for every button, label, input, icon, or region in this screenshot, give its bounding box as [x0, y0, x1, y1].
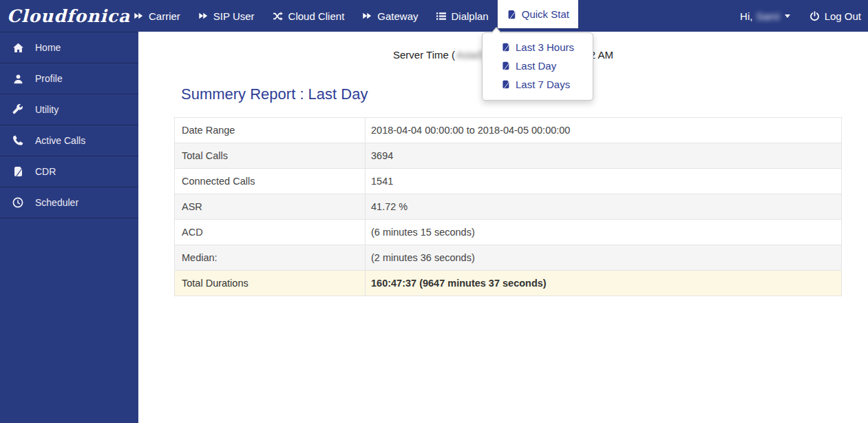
row-label: Median:: [175, 245, 366, 271]
row-value: 1541: [366, 169, 842, 194]
logout-label: Log Out: [825, 10, 861, 22]
sidebar-item-home[interactable]: Home: [0, 32, 138, 63]
dropdown-item-label: Last 7 Days: [516, 79, 570, 90]
table-row: ASR 41.72 %: [175, 194, 842, 220]
dropdown-item-label: Last 3 Hours: [516, 41, 574, 53]
table-row: Total Calls 3694: [175, 143, 842, 169]
sidebar-item-active-calls[interactable]: Active Calls: [0, 125, 138, 156]
nav-item-sip-user[interactable]: SIP User: [189, 0, 264, 32]
row-value: (6 minutes 15 seconds): [366, 220, 842, 245]
wrench-icon: [11, 104, 25, 115]
quick-stat-dropdown: Last 3 Hours Last Day Last 7 Days: [482, 32, 593, 101]
power-icon: [809, 11, 820, 21]
table-row-total-durations: Total Durations 160:47:37 (9647 minutes …: [175, 271, 842, 296]
chevron-down-icon: [785, 14, 790, 18]
user-name-redacted: Sami: [756, 10, 779, 22]
list-icon: [436, 12, 446, 21]
sidebar-item-label: CDR: [35, 166, 56, 177]
sidebar-item-label: Active Calls: [35, 135, 85, 146]
row-label: Connected Calls: [175, 169, 366, 194]
sidebar-item-label: Utility: [35, 104, 59, 115]
book-icon: [501, 80, 510, 89]
dropdown-item-last-day[interactable]: Last Day: [483, 56, 593, 75]
dropdown-item-last-3-hours[interactable]: Last 3 Hours: [483, 38, 593, 56]
row-value: 2018-04-04 00:00:00 to 2018-04-05 00:00:…: [366, 118, 842, 143]
user-icon: [11, 74, 25, 84]
sidebar: Home Profile Utility Active Calls CDR Sc…: [0, 32, 138, 423]
nav-item-label: Gateway: [377, 10, 418, 22]
row-value: 3694: [366, 143, 842, 169]
book-icon: [507, 10, 516, 19]
nav-item-label: Cloud Client: [288, 10, 345, 22]
book-icon: [501, 43, 510, 52]
sidebar-item-cdr[interactable]: CDR: [0, 156, 138, 187]
sidebar-item-label: Home: [35, 42, 61, 53]
nav-item-label: Dialplan: [452, 10, 489, 22]
top-navbar: Cloudfonica Carrier SIP User Cloud Clien…: [0, 0, 868, 32]
sidebar-item-label: Profile: [35, 73, 63, 84]
sidebar-item-profile[interactable]: Profile: [0, 63, 138, 94]
row-label: ASR: [175, 194, 366, 220]
greeting-prefix: Hi,: [740, 10, 752, 22]
row-value: (2 minutes 36 seconds): [366, 245, 842, 271]
clock-icon: [11, 197, 25, 208]
summary-table: Date Range 2018-04-04 00:00:00 to 2018-0…: [174, 117, 842, 296]
nav-item-quick-stat[interactable]: Quick Stat: [498, 0, 578, 28]
user-menu-toggle[interactable]: Hi, Sami: [740, 10, 790, 22]
nav-item-label: Quick Stat: [522, 8, 569, 20]
navbar-right: Hi, Sami Log Out: [740, 0, 868, 32]
nav-item-carrier[interactable]: Carrier: [125, 0, 189, 32]
nav-item-cloud-client[interactable]: Cloud Client: [264, 0, 354, 32]
row-label: Total Calls: [175, 143, 366, 169]
table-row: Median: (2 minutes 36 seconds): [175, 245, 842, 271]
forward-icon: [362, 11, 372, 21]
table-row: ACD (6 minutes 15 seconds): [175, 220, 842, 245]
shuffle-icon: [273, 12, 283, 21]
sidebar-item-label: Scheduler: [35, 197, 78, 208]
row-value: 41.72 %: [366, 194, 842, 220]
book-icon: [501, 61, 510, 70]
dropdown-item-label: Last Day: [516, 60, 556, 72]
brand-logo[interactable]: Cloudfonica: [0, 0, 125, 32]
forward-icon: [198, 11, 208, 21]
sidebar-item-scheduler[interactable]: Scheduler: [0, 187, 138, 218]
table-row: Connected Calls 1541: [175, 169, 842, 194]
forward-icon: [134, 11, 143, 21]
row-label: ACD: [175, 220, 366, 245]
row-label: Total Durations: [175, 271, 366, 296]
logout-button[interactable]: Log Out: [809, 10, 861, 22]
dropdown-item-last-7-days[interactable]: Last 7 Days: [483, 75, 593, 94]
nav-item-gateway[interactable]: Gateway: [353, 0, 427, 32]
book-icon: [11, 166, 25, 177]
nav-item-dialplan[interactable]: Dialplan: [427, 0, 498, 32]
nav-item-label: Carrier: [149, 10, 180, 22]
nav-item-label: SIP User: [213, 10, 255, 22]
home-icon: [11, 43, 25, 53]
table-row: Date Range 2018-04-04 00:00:00 to 2018-0…: [175, 118, 842, 143]
server-time-prefix: Server Time (: [393, 49, 455, 61]
row-label: Date Range: [175, 118, 366, 143]
sidebar-item-utility[interactable]: Utility: [0, 94, 138, 125]
row-value: 160:47:37 (9647 minutes 37 seconds): [366, 271, 842, 296]
nav-menu: Carrier SIP User Cloud Client Gateway Di…: [125, 0, 578, 32]
phone-icon: [11, 135, 25, 146]
